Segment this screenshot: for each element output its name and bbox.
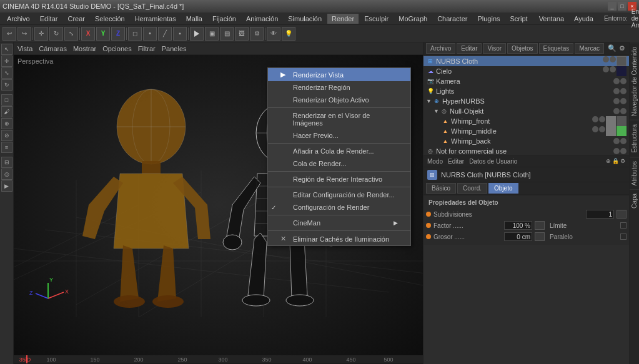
tab-visor[interactable]: Visor xyxy=(483,43,506,54)
tool-cam[interactable]: ▶ xyxy=(1,180,12,192)
tree-item-null-objekt[interactable]: ▼ ◎ Null-Objekt xyxy=(424,106,629,116)
menu-herramientas[interactable]: Herramientas xyxy=(131,14,181,24)
tree-item-whimp-middle[interactable]: ▲ Whimp_middle xyxy=(424,126,629,136)
menu-crear[interactable]: Crear xyxy=(63,14,89,24)
render-settings[interactable]: ⚙ xyxy=(250,27,264,41)
render-menu-item-cola-add[interactable]: Añadir a Cola de Render... xyxy=(268,145,410,157)
tree-item-lights[interactable]: 💡 Lights xyxy=(424,86,629,96)
menu-mograph[interactable]: MoGraph xyxy=(394,14,432,24)
object-tree[interactable]: ⊞ NURBS Cloth ☁ Cielo xyxy=(424,55,629,155)
render-img[interactable]: 🖼 xyxy=(235,27,249,41)
tool-knife[interactable]: ⊘ xyxy=(1,130,12,141)
tool-select[interactable]: ↖ xyxy=(1,44,12,55)
menu-script[interactable]: Script xyxy=(506,14,532,24)
tab-objetos[interactable]: Objetos xyxy=(507,43,537,54)
tool-paint[interactable]: 🖌 xyxy=(1,106,12,117)
vp-menu-opciones[interactable]: Opciones xyxy=(102,45,131,52)
tree-item-whimp-back[interactable]: ▲ Whimp_back xyxy=(424,136,629,146)
x-axis[interactable]: X xyxy=(81,27,95,41)
menu-ayuda[interactable]: Ayuda xyxy=(570,14,598,24)
poly-mode[interactable]: ▪ xyxy=(173,27,187,41)
vp-menu-vista[interactable]: Vista xyxy=(17,45,32,52)
datos-menu[interactable]: Datos de Usuario xyxy=(469,158,517,165)
side-tab-atributos[interactable]: Atributos xyxy=(630,157,639,189)
side-tab-nav[interactable]: Navegador de Contenido xyxy=(630,42,639,120)
tool-magnet[interactable]: ⊕ xyxy=(1,118,12,129)
menu-simulacion[interactable]: Simulación xyxy=(284,14,326,24)
render-menu-item-cola[interactable]: Cola de Render... xyxy=(268,157,410,170)
tool-move[interactable]: ✛ xyxy=(1,56,12,67)
pts-mode[interactable]: • xyxy=(143,27,157,41)
move-button[interactable]: ✛ xyxy=(34,27,48,41)
rotate-button[interactable]: ↻ xyxy=(49,27,63,41)
render-menu-item-visor[interactable]: Renderizar en el Visor de Imágenes xyxy=(268,109,410,129)
attr-icon1[interactable]: ⊕ xyxy=(606,158,611,164)
tab-etiquetas[interactable]: Etiquetas xyxy=(539,43,574,54)
side-tab-estructura[interactable]: Estructura xyxy=(630,120,639,157)
render-menu-item-previo[interactable]: Hacer Previo... xyxy=(268,129,410,142)
edge-mode[interactable]: ╱ xyxy=(158,27,172,41)
modo-label[interactable]: Modo xyxy=(427,158,443,165)
render-menu-item-interactivo[interactable]: Región de Render Interactivo xyxy=(268,173,410,185)
tree-item-cielo[interactable]: ☁ Cielo xyxy=(424,66,629,76)
redo-button[interactable]: ↪ xyxy=(17,27,31,41)
attr-icon3[interactable]: ⚙ xyxy=(620,158,625,164)
tree-item-nurbs-cloth[interactable]: ⊞ NURBS Cloth xyxy=(424,56,629,66)
render-region[interactable]: ▣ xyxy=(205,27,219,41)
tool-rotate[interactable]: ↻ xyxy=(1,79,12,91)
subdiv-stepper[interactable] xyxy=(617,210,627,219)
editar-menu[interactable]: Editar xyxy=(448,158,464,165)
expand-null[interactable]: ▼ xyxy=(433,108,440,114)
tree-item-hypernurbs[interactable]: ▼ ⊕ HyperNURBS xyxy=(424,96,629,106)
render-menu-item-eliminar[interactable]: ✕ Eliminar Cachés de Iluminación xyxy=(268,232,410,245)
light-icon[interactable]: 💡 xyxy=(282,27,295,41)
menu-fijacion[interactable]: Fijación xyxy=(208,14,240,24)
obj-mode[interactable]: ◻ xyxy=(128,27,142,41)
render-menu-item-cineman[interactable]: CineMan ▶ xyxy=(268,217,410,229)
z-axis[interactable]: Z xyxy=(111,27,125,41)
expand-hypernurbs[interactable]: ▼ xyxy=(426,98,432,104)
tree-item-not-commercial[interactable]: ◎ Not for commercial use xyxy=(424,146,629,155)
attr-icon2[interactable]: 🔒 xyxy=(612,158,619,164)
tool-box[interactable]: □ xyxy=(1,94,12,106)
menu-malla[interactable]: Malla xyxy=(182,14,207,24)
menu-esculpir[interactable]: Esculpir xyxy=(360,14,393,24)
vp-menu-filtrar[interactable]: Filtrar xyxy=(138,45,156,52)
limite-check[interactable] xyxy=(620,222,627,229)
render-quick[interactable] xyxy=(190,27,204,41)
tool-scale[interactable]: ⤡ xyxy=(1,67,12,79)
menu-animacion[interactable]: Animación xyxy=(242,14,282,24)
vp-menu-camaras[interactable]: Cámaras xyxy=(39,45,67,52)
vp-menu-paneles[interactable]: Paneles xyxy=(162,45,187,52)
menu-plugins[interactable]: Plugins xyxy=(473,14,504,24)
menu-character[interactable]: Character xyxy=(433,14,472,24)
tab-editar[interactable]: Editar xyxy=(457,43,482,54)
tool-floor[interactable]: ⊟ xyxy=(1,157,12,168)
tab-archivo[interactable]: Archivo xyxy=(426,43,455,54)
tab-basico[interactable]: Básico xyxy=(426,183,456,194)
grosor-stepper[interactable] xyxy=(535,232,545,241)
grosor-input[interactable] xyxy=(504,232,532,241)
stereo-icon[interactable]: 👁 xyxy=(267,27,280,41)
tree-item-whimp-front[interactable]: ▲ Whimp_front xyxy=(424,116,629,126)
render-menu-item-config[interactable]: Configuración de Render xyxy=(268,201,410,214)
menu-render[interactable]: Render xyxy=(327,14,359,24)
search-icon[interactable]: 🔍 xyxy=(608,44,617,53)
render-menu-item-region[interactable]: Renderizar Región xyxy=(268,81,410,94)
tab-coord[interactable]: Coord. xyxy=(457,183,487,194)
menu-seleccion[interactable]: Selección xyxy=(91,14,129,24)
menu-ventana[interactable]: Ventana xyxy=(535,14,568,24)
vp-menu-mostrar[interactable]: Mostrar xyxy=(73,45,96,52)
tree-item-kamera[interactable]: 📷 Kamera xyxy=(424,76,629,86)
maximize-button[interactable]: □ xyxy=(618,2,627,11)
menu-editar[interactable]: Editar xyxy=(36,14,62,24)
minimize-button[interactable]: _ xyxy=(608,2,617,11)
render-menu-item-vista[interactable]: ▶ Renderizar Vista xyxy=(268,68,410,81)
tab-objeto[interactable]: Objeto xyxy=(488,183,518,194)
factor-stepper[interactable] xyxy=(535,221,545,230)
subdiv-input[interactable] xyxy=(586,210,614,219)
y-axis[interactable]: Y xyxy=(96,27,110,41)
undo-button[interactable]: ↩ xyxy=(2,27,16,41)
render-active[interactable]: ▤ xyxy=(220,27,234,41)
side-tab-capa[interactable]: Capa xyxy=(630,189,639,212)
